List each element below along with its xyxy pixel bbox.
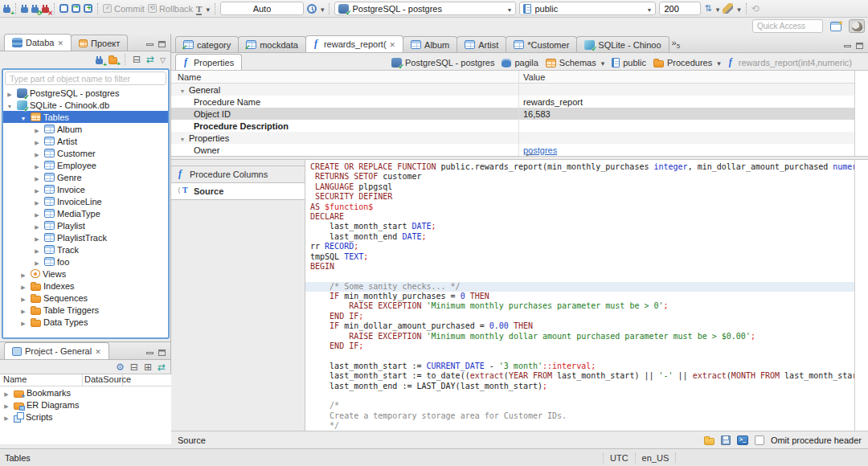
code-line[interactable]: RETURNS SETOF customer bbox=[310, 172, 854, 182]
tree-item-foo[interactable]: foo bbox=[3, 255, 168, 268]
expand-arrow-icon[interactable] bbox=[32, 161, 42, 170]
tree-item-data-types[interactable]: Data Types bbox=[3, 316, 168, 328]
open-sql-script-icon[interactable] bbox=[72, 4, 80, 13]
code-line[interactable]: /* Some sanity checks... */ bbox=[305, 282, 854, 292]
tab-mockdata[interactable]: mockdata bbox=[238, 36, 306, 52]
code-line[interactable]: rr RECORD; bbox=[310, 242, 854, 251]
expand-arrow-icon[interactable] bbox=[32, 209, 42, 219]
collapse-arrow-icon[interactable] bbox=[5, 100, 14, 110]
project-item-er-diagrams[interactable]: ER Diagrams bbox=[0, 399, 171, 411]
expand-arrow-icon[interactable] bbox=[32, 125, 42, 134]
column-header-name[interactable]: Name bbox=[0, 374, 83, 386]
column-header-datasource[interactable]: DataSource bbox=[83, 374, 123, 386]
save-icon[interactable] bbox=[721, 435, 731, 445]
undo-icon[interactable] bbox=[751, 3, 760, 14]
code-line[interactable] bbox=[310, 351, 854, 361]
status-timezone[interactable]: UTC bbox=[603, 453, 636, 463]
tab-sqlite-chinoo[interactable]: SQLite - Chinoo bbox=[576, 36, 669, 52]
collapse-arrow-icon[interactable] bbox=[178, 85, 187, 95]
code-line[interactable]: Create a temporary storage area for Cust… bbox=[310, 411, 854, 421]
expand-arrow-icon[interactable] bbox=[32, 257, 42, 267]
new-connection-icon[interactable] bbox=[96, 59, 103, 64]
code-line[interactable]: /* bbox=[310, 401, 854, 411]
tree-item-artist[interactable]: Artist bbox=[3, 135, 168, 147]
tree-item-album[interactable]: Album bbox=[3, 123, 168, 135]
properties-scrollbar[interactable] bbox=[854, 71, 868, 156]
expand-arrow-icon[interactable] bbox=[32, 149, 42, 158]
project-item-bookmarks[interactable]: Bookmarks bbox=[0, 386, 171, 399]
collapse-arrow-icon[interactable] bbox=[178, 133, 187, 143]
splitter-handle-icon[interactable]: ▲▼ bbox=[525, 152, 533, 157]
reconnect-icon[interactable] bbox=[31, 7, 39, 13]
tab-project-general[interactable]: Project - General bbox=[4, 342, 109, 359]
code-line[interactable] bbox=[310, 272, 854, 281]
schema-combo[interactable]: public bbox=[519, 2, 656, 15]
perspective-editor-button[interactable] bbox=[828, 19, 844, 33]
close-icon[interactable] bbox=[57, 38, 63, 47]
transaction-history-button[interactable] bbox=[307, 4, 325, 14]
close-icon[interactable] bbox=[95, 346, 101, 356]
code-line[interactable]: DECLARE bbox=[310, 212, 854, 222]
code-line[interactable]: END IF; bbox=[310, 312, 854, 321]
tab-project-explorer[interactable]: Проект bbox=[71, 35, 128, 51]
tab-customer[interactable]: *Customer bbox=[506, 36, 577, 52]
maximize-icon[interactable] bbox=[856, 43, 863, 49]
project-item-scripts[interactable]: Scripts bbox=[0, 411, 171, 423]
expand-arrow-icon[interactable] bbox=[32, 233, 42, 243]
expand-arrow-icon[interactable] bbox=[18, 281, 28, 291]
link-with-editor-icon[interactable] bbox=[158, 362, 166, 373]
collapse-arrow-icon[interactable] bbox=[18, 112, 28, 122]
tree-item-invoice[interactable]: Invoice bbox=[3, 183, 168, 195]
chevron-down-icon[interactable] bbox=[715, 58, 721, 67]
property-row-owner[interactable]: Ownerpostgres bbox=[171, 144, 854, 156]
breadcrumb-item-rewards-report-int4-numeric[interactable]: rewards_report(int4,numeric) bbox=[728, 58, 852, 67]
expand-arrow-icon[interactable] bbox=[32, 197, 42, 206]
breadcrumb-item-postgresql-postgres[interactable]: PostgreSQL - postgres bbox=[391, 58, 494, 67]
property-row-procedure-name[interactable]: Procedure Namerewards_report bbox=[171, 96, 854, 108]
source-code-editor[interactable]: CREATE OR REPLACE FUNCTION public.reward… bbox=[305, 160, 854, 431]
expand-arrow-icon[interactable] bbox=[2, 412, 11, 422]
fetch-size-input[interactable] bbox=[659, 2, 701, 15]
breadcrumb-item-public[interactable]: public bbox=[612, 58, 646, 67]
expand-arrow-icon[interactable] bbox=[32, 221, 42, 231]
new-connection-icon[interactable] bbox=[3, 7, 10, 13]
property-row-procedure-description[interactable]: Procedure Description bbox=[171, 120, 854, 132]
code-line[interactable]: SECURITY DEFINER bbox=[310, 192, 854, 202]
quick-access-input[interactable] bbox=[752, 19, 823, 33]
tree-item-playlisttrack[interactable]: PlaylistTrack bbox=[3, 231, 168, 243]
new-sql-editor-icon[interactable] bbox=[84, 4, 92, 13]
code-line[interactable]: tmpSQL TEXT; bbox=[310, 252, 854, 262]
omit-procedure-header-checkbox[interactable] bbox=[755, 435, 764, 445]
tree-item-playlist[interactable]: Playlist bbox=[3, 219, 168, 231]
code-line[interactable]: AS $function$ bbox=[310, 202, 854, 212]
format-button[interactable] bbox=[723, 3, 741, 14]
tree-item-table-triggers[interactable]: Table Triggers bbox=[3, 304, 168, 316]
column-header-value[interactable]: Value bbox=[518, 71, 868, 83]
tree-item-invoiceline[interactable]: InvoiceLine bbox=[3, 195, 168, 207]
close-icon[interactable] bbox=[390, 39, 396, 49]
tree-item-views[interactable]: Views bbox=[3, 268, 168, 280]
sql-editor-icon[interactable] bbox=[59, 4, 68, 13]
commit-button[interactable]: Commit bbox=[103, 4, 145, 14]
property-row-general[interactable]: General bbox=[171, 84, 854, 96]
code-line[interactable]: CREATE OR REPLACE FUNCTION public.reward… bbox=[310, 162, 854, 172]
perspective-dbeaver-button[interactable] bbox=[849, 19, 865, 33]
property-row-properties[interactable]: Properties bbox=[171, 132, 854, 144]
code-line[interactable]: IF min_dollar_amount_purchased = 0.00 TH… bbox=[310, 321, 854, 331]
new-folder-icon[interactable] bbox=[108, 57, 117, 64]
chevron-down-icon[interactable] bbox=[600, 58, 605, 67]
code-line[interactable]: END IF; bbox=[310, 341, 854, 351]
minimize-icon[interactable] bbox=[844, 45, 851, 47]
expand-arrow-icon[interactable] bbox=[32, 185, 42, 194]
tab-database-navigator[interactable]: Databa bbox=[4, 34, 72, 51]
expand-arrow-icon[interactable] bbox=[32, 173, 42, 182]
tree-item-customer[interactable]: Customer bbox=[3, 147, 168, 159]
open-file-icon[interactable] bbox=[704, 438, 714, 445]
code-line[interactable]: last_month_start DATE; bbox=[310, 222, 854, 231]
expand-arrow-icon[interactable] bbox=[2, 400, 11, 410]
tree-item-employee[interactable]: Employee bbox=[3, 159, 168, 171]
disconnect-icon[interactable] bbox=[42, 7, 49, 13]
gear-icon[interactable] bbox=[116, 362, 125, 373]
status-locale[interactable]: en_US bbox=[636, 453, 677, 463]
tab-rewards-report[interactable]: rewards_report( bbox=[305, 35, 403, 52]
